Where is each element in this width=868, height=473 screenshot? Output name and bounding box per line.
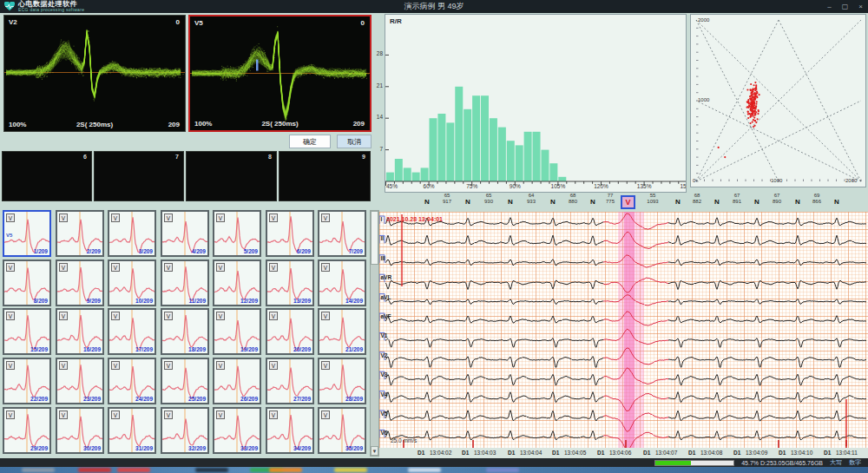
beat-thumbnail-5[interactable]: V5/209 (213, 210, 261, 257)
thumbnail-scrollbar[interactable]: ▼ (370, 210, 379, 457)
thumbnail-lead-button[interactable]: V (216, 263, 225, 272)
beat-thumbnail-24[interactable]: V24/209 (108, 358, 156, 404)
beat-thumbnail-35[interactable]: V35/209 (318, 407, 366, 454)
thumbnail-lead-button[interactable]: V (6, 411, 15, 419)
thumbnail-lead-button[interactable]: V (59, 312, 68, 320)
thumbnail-lead-button[interactable]: V (6, 312, 15, 320)
thumbnail-lead-button[interactable]: V (321, 361, 330, 370)
empty-panel-number: 6 (83, 154, 87, 160)
thumbnail-lead-button[interactable]: V (6, 214, 15, 222)
thumbnail-lead-button[interactable]: V (321, 263, 330, 272)
thumbnail-lead-button[interactable]: V (59, 214, 68, 222)
thumbnail-lead-button[interactable]: V (164, 214, 173, 222)
beat-thumbnail-34[interactable]: V34/209 (266, 407, 314, 454)
beat-thumbnail-18[interactable]: V18/209 (161, 308, 209, 355)
thumbnail-lead-button[interactable]: V (111, 263, 120, 272)
template-panel-v2[interactable]: V2 0 100% 2S( 250ms) 209 (3, 15, 186, 132)
thumbnail-lead-button[interactable]: V (111, 411, 120, 419)
thumbnail-lead-button[interactable]: V (216, 361, 225, 370)
beat-thumbnail-3[interactable]: V3/209 (108, 210, 156, 257)
template-panel-v5-selected[interactable]: V5 0 100% 2S( 250ms) 209 (188, 15, 372, 132)
thumbnail-lead-button[interactable]: V (216, 312, 225, 320)
minimize-button[interactable]: – (827, 3, 831, 10)
beat-thumbnail-19[interactable]: V19/209 (213, 308, 261, 355)
beat-thumbnail-6[interactable]: V6/209 (266, 210, 314, 257)
thumbnail-lead-button[interactable]: V (164, 411, 173, 419)
empty-template-panel-7[interactable]: 7 (94, 151, 184, 201)
close-button[interactable]: × (858, 3, 863, 10)
thumbnail-lead-button[interactable]: V (321, 214, 330, 222)
thumbnail-lead-button[interactable]: V (164, 361, 173, 370)
thumbnail-lead-button[interactable]: V (111, 312, 120, 320)
beat-thumbnail-14[interactable]: V14/209 (318, 259, 366, 306)
ecg-paper[interactable]: IIIIIIaVRaVLaVFV1V2V3V4V5V62021.10.28 13… (379, 212, 868, 448)
beat-thumbnail-8[interactable]: V8/209 (3, 259, 51, 306)
thumbnail-lead-button[interactable]: V (321, 411, 330, 419)
thumbnail-lead-button[interactable]: V (269, 214, 278, 222)
beat-thumbnail-7[interactable]: V7/209 (318, 210, 366, 257)
time-axis-time-label: 13:04:09 (746, 450, 767, 456)
beat-thumbnail-33[interactable]: V33/209 (213, 407, 261, 454)
scrollbar-thumb[interactable] (371, 211, 378, 265)
histogram-x-tick-label: 135% (631, 183, 657, 189)
thumbnail-lead-button[interactable]: V (164, 312, 173, 320)
ecg-application-window: 心电数据处理软件 ECG data processing software 演示… (0, 0, 868, 473)
beat-thumbnail-32[interactable]: V32/209 (161, 407, 209, 454)
beat-thumbnail-9[interactable]: V9/209 (56, 259, 104, 306)
beat-thumbnail-28[interactable]: V28/209 (318, 358, 366, 404)
thumbnail-lead-button[interactable]: V (269, 361, 278, 370)
beat-thumbnail-12[interactable]: V12/209 (213, 259, 261, 306)
thumbnail-index-label: 11/209 (188, 298, 206, 304)
beat-thumbnail-30[interactable]: V30/209 (56, 407, 104, 454)
beat-thumbnail-29[interactable]: V29/209 (3, 407, 51, 454)
beat-thumbnail-10[interactable]: V10/209 (108, 259, 156, 306)
confirm-button[interactable]: 确定 (289, 135, 331, 148)
cancel-button[interactable]: 取消 (337, 135, 372, 148)
thumbnail-lead-button[interactable]: V (6, 263, 15, 272)
beat-interval-label: 69866 (802, 193, 832, 205)
beat-thumbnail-26[interactable]: V26/209 (213, 358, 261, 404)
maximize-button[interactable]: ▢ (842, 3, 849, 10)
beat-thumbnail-27[interactable]: V27/209 (266, 358, 314, 404)
beat-thumbnail-2[interactable]: V2/209 (56, 210, 104, 257)
beat-thumbnail-16[interactable]: V16/209 (56, 308, 104, 355)
status-bar: 45.7% D:253.05GB/465.76GB 大写 数字 (0, 458, 868, 467)
beat-thumbnail-13[interactable]: V13/209 (266, 259, 314, 306)
scrollbar-down-arrow-icon[interactable]: ▼ (371, 446, 378, 456)
thumbnail-lead-button[interactable]: V (111, 214, 120, 222)
empty-template-panel-6[interactable]: 6 (2, 151, 92, 201)
beat-interval-label: 67891 (722, 193, 752, 205)
thumbnail-lead-button[interactable]: V (216, 214, 225, 222)
thumbnail-lead-button[interactable]: V (59, 411, 68, 419)
thumbnail-lead-button[interactable]: V (216, 411, 225, 419)
taskbar-app-icon (269, 468, 302, 472)
thumbnail-index-label: 23/209 (83, 396, 101, 402)
thumbnail-lead-button[interactable]: V (321, 312, 330, 320)
thumbnail-lead-button[interactable]: V (164, 263, 173, 272)
beat-thumbnail-22[interactable]: V22/209 (3, 358, 51, 404)
thumbnail-lead-button[interactable]: V (111, 361, 120, 370)
beat-thumbnail-23[interactable]: V23/209 (56, 358, 104, 404)
empty-template-panel-8[interactable]: 8 (186, 151, 277, 201)
thumbnail-lead-button[interactable]: V (269, 263, 278, 272)
thumbnail-lead-button[interactable]: V (59, 263, 68, 272)
beat-thumbnail-25[interactable]: V25/209 (161, 358, 209, 404)
beat-thumbnail-21[interactable]: V21/209 (318, 308, 366, 355)
thumbnail-index-label: 5/209 (244, 248, 258, 254)
empty-template-panel-9[interactable]: 9 (279, 151, 371, 201)
beat-thumbnail-15[interactable]: V15/209 (3, 308, 51, 355)
beat-thumbnail-31[interactable]: V31/209 (108, 407, 156, 454)
thumbnail-lead-button[interactable]: V (6, 361, 15, 370)
beat-thumbnail-11[interactable]: V11/209 (161, 259, 209, 306)
thumbnail-lead-button[interactable]: V (59, 361, 68, 370)
beat-thumbnail-4[interactable]: V4/209 (161, 210, 209, 257)
histogram-x-tick-label: 120% (589, 183, 615, 189)
thumbnail-lead-button[interactable]: V (269, 312, 278, 320)
beat-thumbnail-1[interactable]: V1/209V5 (3, 210, 51, 257)
thumbnail-index-label: 31/209 (135, 445, 153, 451)
thumbnail-lead-button[interactable]: V (269, 411, 278, 419)
beat-thumbnail-20[interactable]: V20/209 (266, 308, 314, 355)
lead-label-V6: V6 (381, 430, 388, 436)
beat-thumbnail-17[interactable]: V17/209 (108, 308, 156, 355)
thumbnail-index-label: 8/209 (34, 298, 48, 304)
